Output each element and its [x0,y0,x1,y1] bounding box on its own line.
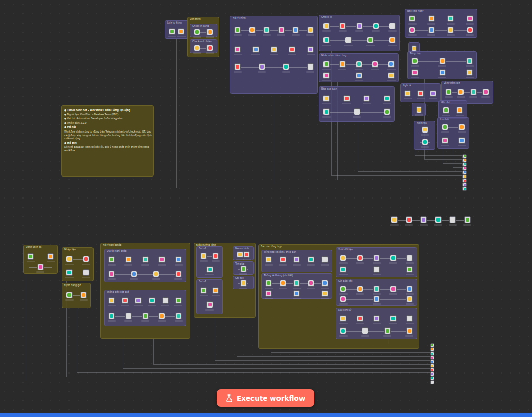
workflow-node[interactable] [240,280,247,287]
group-holiday[interactable]: Nghỉ lễ [400,83,441,102]
workflow-node[interactable] [422,139,428,145]
workflow-node[interactable] [362,327,368,334]
workflow-node[interactable] [390,315,397,322]
workflow-node[interactable] [280,280,286,287]
group-bot-a[interactable]: Bot v1 [196,246,223,278]
workflow-node[interactable] [462,174,467,179]
workflow-node[interactable] [340,286,346,292]
workflow-node[interactable] [406,315,413,322]
group-reminder[interactable]: Nhắc nhở chấm công [319,53,399,82]
workflow-node[interactable] [357,255,363,261]
group-export[interactable]: Xuất dữ liệu [336,247,417,277]
workflow-node[interactable] [462,154,467,158]
workflow-node[interactable] [175,271,182,277]
workflow-node[interactable] [206,301,213,308]
workflow-node[interactable] [354,108,360,115]
workflow-node[interactable] [384,95,390,102]
workflow-node[interactable] [243,251,250,258]
workflow-node[interactable] [292,27,299,33]
workflow-node[interactable] [206,29,213,35]
group-archive[interactable]: Lưu trữ [437,117,469,149]
workflow-node[interactable] [435,216,442,223]
workflow-node[interactable] [356,72,362,79]
workflow-node[interactable] [462,183,467,187]
workflow-node[interactable] [240,266,247,272]
group-aggregate[interactable]: Tổng hợp [407,51,477,79]
workflow-node[interactable] [125,313,132,319]
workflow-node[interactable] [340,266,346,273]
workflow-node[interactable] [263,27,270,33]
workflow-node[interactable] [416,106,422,113]
workflow-node[interactable] [175,313,182,319]
workflow-node[interactable] [234,46,241,53]
workflow-node[interactable] [462,187,467,191]
workflow-node[interactable] [384,108,390,115]
workflow-node[interactable] [200,287,207,294]
workflow-node[interactable] [373,315,380,322]
group-help[interactable]: Trợ giúp [233,261,254,275]
workflow-node[interactable] [234,27,241,33]
workflow-node[interactable] [404,90,411,97]
workflow-node[interactable] [482,89,489,95]
workflow-node[interactable] [66,269,73,276]
group-input[interactable]: Nhập liệu [62,247,94,281]
workflow-node[interactable] [470,89,477,95]
workflow-node[interactable] [406,216,412,223]
workflow-node[interactable] [108,313,115,319]
workflow-node[interactable] [265,280,272,287]
workflow-node[interactable] [356,61,362,68]
group-schedule-trigger[interactable]: Lịch tự động [165,20,189,39]
workflow-node[interactable] [323,95,330,102]
workflow-node[interactable] [252,46,259,53]
workflow-node[interactable] [411,69,418,76]
workflow-node[interactable] [420,216,427,223]
workflow-node[interactable] [194,45,200,51]
workflow-node[interactable] [428,27,435,33]
workflow-node[interactable] [259,63,265,70]
workflow-node[interactable] [321,256,328,263]
workflow-node[interactable] [307,63,314,70]
workflow-node[interactable] [406,296,413,302]
group-month-stats[interactable]: Thống kê tháng (chi tiết) [261,273,332,299]
workflow-node[interactable] [409,15,415,22]
workflow-node[interactable] [409,27,415,33]
group-week-report[interactable]: Báo cáo tuần [319,86,395,122]
workflow-node[interactable] [462,170,467,174]
workflow-node[interactable] [430,360,434,364]
workflow-node[interactable] [388,72,395,79]
workflow-node[interactable] [278,27,285,33]
workflow-node[interactable] [357,315,363,322]
workflow-node[interactable] [135,297,142,304]
group-send-report[interactable]: Gửi báo cáo [336,279,417,306]
workflow-node[interactable] [430,372,434,376]
workflow-node[interactable] [340,327,346,334]
workflow-node[interactable] [158,313,165,319]
workflow-node[interactable] [466,58,473,64]
group-day-report[interactable]: Báo cáo ngày [405,9,477,38]
workflow-node[interactable] [442,137,448,144]
workflow-node[interactable] [462,158,467,162]
workflow-node[interactable] [83,256,89,262]
workflow-node[interactable] [307,46,314,53]
workflow-node[interactable] [363,95,370,102]
workflow-node[interactable] [367,37,374,43]
workflow-node[interactable] [66,292,73,298]
workflow-node[interactable] [162,297,169,304]
workflow-node[interactable] [406,327,413,334]
workflow-node[interactable] [234,63,241,70]
workflow-node[interactable] [467,15,473,22]
workflow-node[interactable] [430,364,434,368]
workflow-node[interactable] [37,264,44,270]
group-main-flow[interactable]: Xử lý chính [230,16,318,94]
group-checkin[interactable]: Check-in [319,15,400,51]
workflow-node[interactable] [447,15,454,22]
workflow-node[interactable] [356,23,363,29]
workflow-node[interactable] [340,315,346,322]
workflow-node[interactable] [83,269,89,276]
workflow-node[interactable] [108,271,115,277]
workflow-node[interactable] [80,292,87,298]
workflow-node[interactable] [449,216,456,223]
group-menu[interactable]: Menu chính [233,246,254,260]
workflow-canvas[interactable]: ● TimeCheck Bot – Workflow Chấm Công Tự … [0,0,532,417]
group-bot-b[interactable]: Bot v2 [196,279,223,314]
